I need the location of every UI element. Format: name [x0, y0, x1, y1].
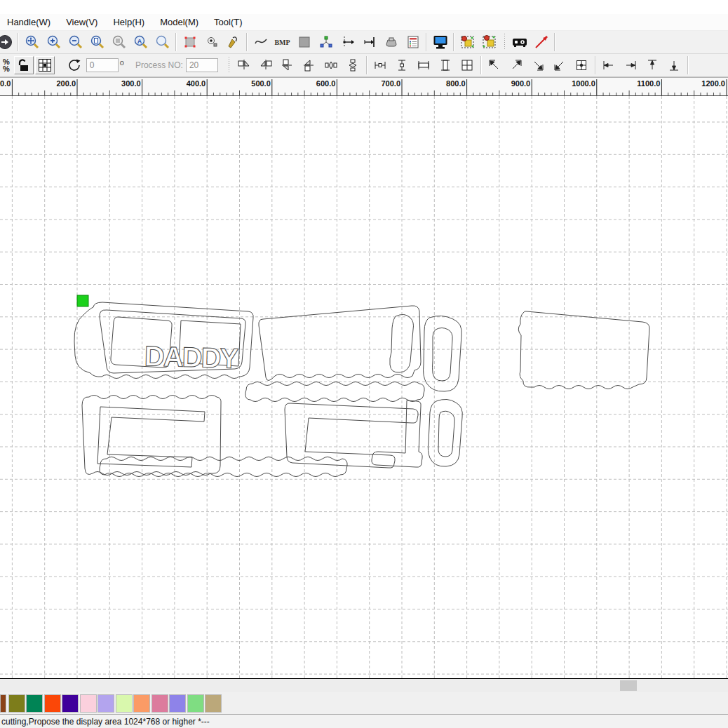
node-tree-button[interactable]	[315, 32, 337, 52]
palette-swatch[interactable]	[80, 694, 97, 713]
palette-swatch[interactable]	[133, 694, 150, 713]
select-rectangle-icon	[182, 34, 198, 50]
measure-start-button[interactable]	[337, 32, 358, 52]
palette-swatch[interactable]	[26, 694, 43, 713]
align-bottom-edge-button[interactable]	[663, 55, 685, 75]
ruler-label: 200.0	[56, 79, 76, 88]
menu-item-tool[interactable]: Tool(T)	[214, 17, 242, 27]
saw-blade-right[interactable]	[518, 311, 649, 389]
palette-swatch[interactable]	[0, 694, 6, 713]
menu-item-view[interactable]: View(V)	[66, 17, 97, 27]
wavy-strip-bottom[interactable]	[100, 457, 347, 477]
application-window: Handle(W)View(V)Help(H)Model(M)Tool(T)	[0, 0, 728, 728]
origin-marker[interactable]	[77, 295, 88, 306]
palette-swatch[interactable]	[97, 694, 114, 713]
zoom-all-button[interactable]: A	[130, 32, 151, 52]
laser-pointer-button[interactable]	[530, 32, 552, 52]
mirror-center-h-icon	[325, 62, 337, 69]
laser-head-button[interactable]	[380, 32, 402, 52]
array-grid-button[interactable]	[35, 56, 55, 74]
ring2-inner[interactable]	[438, 411, 454, 457]
ruler-label: 1000.0	[572, 79, 595, 88]
align-bottom-left-button[interactable]	[549, 55, 571, 75]
palette-swatch[interactable]	[169, 694, 186, 713]
node-edit-icon	[204, 34, 220, 50]
palette-swatch[interactable]	[8, 694, 25, 713]
align-bottom-right-button[interactable]	[527, 55, 549, 75]
link-ring-inner[interactable]	[433, 328, 453, 382]
pen-tool-button[interactable]	[222, 32, 244, 52]
zoom-in-button[interactable]	[43, 32, 65, 52]
align-top-left-button[interactable]	[484, 55, 506, 75]
mirror-right-button[interactable]	[255, 55, 277, 75]
zoom-grid-button[interactable]	[108, 32, 130, 52]
toolbar-drag-handle[interactable]	[228, 57, 231, 74]
mirror-bottom-icon	[304, 60, 314, 71]
palette-swatch[interactable]	[116, 694, 133, 713]
mirror-bottom-button[interactable]	[299, 55, 321, 75]
palette-swatch[interactable]	[62, 694, 79, 713]
simulate-output-all-button[interactable]	[478, 32, 500, 52]
mirror-center-h-button[interactable]	[321, 55, 342, 75]
ruler-label: 800.0	[446, 79, 466, 88]
fill-rectangle-button[interactable]	[293, 32, 315, 52]
same-size-button[interactable]	[457, 55, 478, 75]
ruler-label: 900.0	[511, 79, 531, 88]
zoom-out-button[interactable]	[65, 32, 86, 52]
camera-button[interactable]	[508, 32, 530, 52]
link-ring-outer[interactable]	[424, 316, 462, 391]
palette-swatch[interactable]	[187, 694, 204, 713]
status-text: cutting,Propose the display area 1024*76…	[1, 717, 210, 727]
lock-ratio-button[interactable]	[14, 56, 34, 74]
engraving-text[interactable]: DADDY	[144, 340, 239, 374]
open-lock-icon	[17, 58, 31, 72]
select-rectangle-button[interactable]	[179, 32, 201, 52]
equal-space-h-button[interactable]	[370, 55, 391, 75]
palette-swatch[interactable]	[44, 694, 61, 713]
scale-y-percent: %	[3, 65, 10, 72]
drawing-canvas[interactable]: DADDY	[0, 96, 728, 678]
menu-item-handle[interactable]: Handle(W)	[7, 17, 50, 27]
palette-swatch[interactable]	[151, 694, 168, 713]
simulate-output-button[interactable]	[457, 32, 478, 52]
process-no-input[interactable]	[186, 58, 218, 72]
zoom-page-button[interactable]	[86, 32, 108, 52]
bmp-import-button[interactable]: BMP	[271, 32, 293, 52]
preview-monitor-button[interactable]	[429, 32, 451, 52]
align-left-edge-button[interactable]	[598, 55, 620, 75]
laser-head-icon	[384, 34, 399, 50]
menu-item-help[interactable]: Help(H)	[113, 17, 144, 27]
align-top-right-button[interactable]	[506, 55, 527, 75]
menu-item-model[interactable]: Model(M)	[160, 17, 198, 27]
ruler-label: 100.0	[0, 79, 11, 88]
same-width-button[interactable]	[413, 55, 435, 75]
rotate-angle-input[interactable]	[86, 58, 119, 72]
mirror-center-v-button[interactable]	[342, 55, 364, 75]
same-height-button[interactable]	[435, 55, 457, 75]
worklist-icon	[405, 34, 421, 50]
toolbar-separator	[554, 33, 555, 51]
align-right-edge-button[interactable]	[620, 55, 642, 75]
horizontal-scrollbar[interactable]	[0, 678, 728, 692]
mirror-top-button[interactable]	[277, 55, 299, 75]
equal-space-v-button[interactable]	[391, 55, 413, 75]
j-piece[interactable]	[372, 400, 422, 467]
toolbar-drag-handle[interactable]	[503, 34, 506, 50]
canvas-graphics: DADDY	[0, 96, 728, 678]
bracket-cutout-left[interactable]	[97, 407, 205, 467]
zoom-select-button[interactable]	[151, 32, 173, 52]
rotate-button[interactable]	[65, 55, 86, 75]
measure-end-button[interactable]	[358, 32, 380, 52]
nav-sphere-button[interactable]	[0, 32, 15, 52]
scrollbar-thumb[interactable]	[620, 680, 637, 691]
node-edit-button[interactable]	[201, 32, 222, 52]
align-center-button[interactable]	[571, 55, 593, 75]
mirror-left-button[interactable]	[234, 55, 255, 75]
ruler-label: 1200.0	[701, 79, 725, 88]
palette-swatch[interactable]	[205, 694, 222, 713]
zoom-pan-button[interactable]	[21, 32, 43, 52]
worklist-button[interactable]	[402, 32, 424, 52]
align-top-edge-button[interactable]	[642, 55, 663, 75]
toolbar-separator	[246, 33, 248, 51]
curve-tool-button[interactable]	[250, 32, 271, 52]
